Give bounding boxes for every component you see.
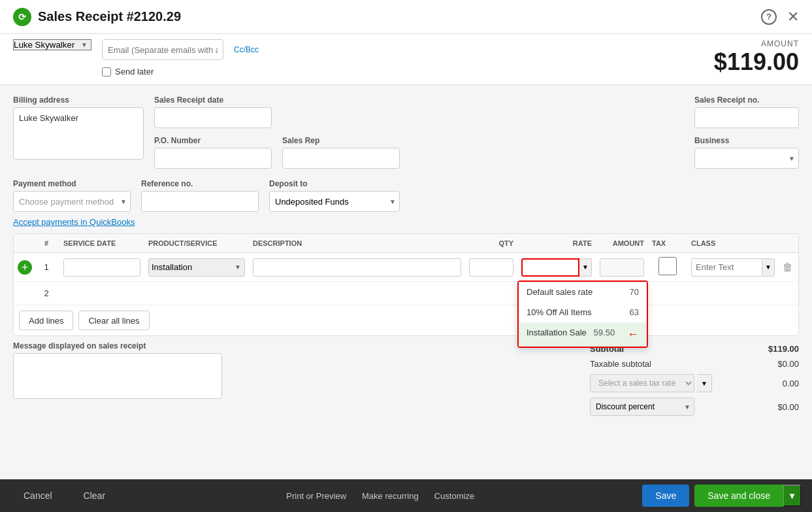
customer-row: Luke Skywalker ▼ Cc/Bcc Send later AMOUN… bbox=[13, 39, 799, 77]
billing-name: Luke Skywalker bbox=[19, 113, 78, 123]
rate-option-10off-value: 63 bbox=[630, 307, 639, 317]
message-section: Message displayed on sales receipt bbox=[13, 341, 222, 401]
billing-label: Billing address bbox=[13, 95, 144, 105]
receipt-no-group: Sales Receipt no. 2120.29 bbox=[694, 95, 799, 128]
receipt-date-input[interactable]: 11/23/2017 bbox=[154, 107, 272, 128]
discount-row: Discount percent ▼ $0.00 bbox=[590, 395, 799, 418]
rate-option-default-label: Default sales rate bbox=[527, 287, 593, 297]
page-title: Sales Receipt #2120.29 bbox=[38, 9, 181, 24]
table-header: # SERVICE DATE PRODUCT/SERVICE DESCRIPTI… bbox=[14, 234, 798, 253]
rate-option-installation[interactable]: Installation Sale 59.50 ← bbox=[519, 322, 647, 347]
business-select[interactable] bbox=[694, 148, 799, 169]
rate-option-10off-label: 10% Off All Items bbox=[527, 307, 591, 317]
sales-rep-group: Sales Rep bbox=[282, 136, 400, 169]
billing-address-box[interactable]: Luke Skywalker bbox=[13, 107, 144, 160]
rate-wrapper: 59.50 ▼ bbox=[521, 258, 592, 277]
rate-option-installation-label: Installation Sale bbox=[527, 328, 587, 341]
product-cell: Installation ▼ bbox=[144, 254, 249, 281]
payment-method-select[interactable]: Choose payment method bbox=[13, 191, 131, 212]
deposit-select[interactable]: Undeposited Funds bbox=[269, 191, 400, 212]
amount-input[interactable]: 119.00 bbox=[600, 258, 644, 277]
class-cell: ▼ bbox=[687, 254, 779, 281]
deposit-label: Deposit to bbox=[269, 179, 400, 188]
product-select[interactable]: Installation bbox=[148, 258, 245, 277]
email-input[interactable] bbox=[102, 39, 223, 60]
table-row: + 1 11/25/2017 Installation ▼ Installati… bbox=[14, 253, 798, 282]
col-class: CLASS bbox=[687, 234, 779, 252]
business-group: Business ▼ bbox=[694, 136, 799, 169]
col-description: DESCRIPTION bbox=[249, 234, 465, 252]
business-label: Business bbox=[694, 136, 799, 145]
clear-all-lines-button[interactable]: Clear all lines bbox=[78, 311, 149, 330]
description-cell: Installation labor bbox=[249, 254, 465, 281]
sales-rep-input[interactable] bbox=[282, 148, 400, 169]
qty-cell: 2 bbox=[465, 254, 517, 281]
payment-method-wrapper: Choose payment method ▼ bbox=[13, 191, 131, 212]
rate-option-default-value: 70 bbox=[630, 287, 639, 297]
billing-address-group: Billing address Luke Skywalker bbox=[13, 95, 144, 169]
tax-checkbox[interactable] bbox=[652, 257, 683, 275]
deposit-select-wrapper: Undeposited Funds ▼ bbox=[269, 191, 400, 212]
class-dropdown-btn[interactable]: ▼ bbox=[762, 258, 775, 277]
col-amount: AMOUNT bbox=[596, 234, 648, 252]
cc-bcc-link[interactable]: Cc/Bcc bbox=[234, 45, 259, 54]
selection-arrow-icon: ← bbox=[627, 328, 639, 341]
header: ⟳ Sales Receipt #2120.29 ? ✕ bbox=[0, 0, 812, 34]
discount-select-wrapper: Discount percent ▼ bbox=[590, 398, 694, 416]
reference-label: Reference no. bbox=[141, 179, 259, 188]
receipt-no-label: Sales Receipt no. bbox=[694, 95, 799, 105]
close-icon[interactable]: ✕ bbox=[787, 9, 799, 26]
qty-input[interactable]: 2 bbox=[469, 258, 513, 277]
discount-select[interactable]: Discount percent bbox=[590, 398, 694, 416]
col-tax: TAX bbox=[648, 234, 687, 252]
tax-row: Select a sales tax rate ▼ 0.00 bbox=[590, 371, 799, 395]
table-footer: Add lines Clear all lines bbox=[14, 305, 798, 335]
tax-cell bbox=[648, 253, 687, 281]
col-num: # bbox=[33, 234, 59, 252]
class-input[interactable] bbox=[691, 258, 762, 277]
tax-dropdown-btn[interactable]: ▼ bbox=[697, 374, 712, 392]
add-row-button[interactable]: + bbox=[18, 260, 32, 275]
col-qty: QTY bbox=[465, 234, 517, 252]
col-service-date: SERVICE DATE bbox=[59, 234, 144, 252]
reference-input[interactable] bbox=[141, 191, 259, 212]
payment-method-group: Payment method Choose payment method ▼ bbox=[13, 179, 131, 212]
rate-option-10off[interactable]: 10% Off All Items 63 bbox=[519, 302, 647, 322]
deposit-to-group: Deposit to Undeposited Funds ▼ bbox=[269, 179, 400, 212]
rate-option-default[interactable]: Default sales rate 70 bbox=[519, 282, 647, 302]
class-input-wrapper: ▼ bbox=[691, 258, 775, 277]
send-later-label: Send later bbox=[115, 67, 154, 77]
receipt-no-input[interactable]: 2120.29 bbox=[694, 107, 799, 128]
email-field-wrapper bbox=[102, 39, 223, 60]
service-date-input[interactable]: 11/25/2017 bbox=[63, 258, 140, 277]
customer-section: Luke Skywalker ▼ Cc/Bcc Send later AMOUN… bbox=[0, 34, 812, 85]
col-rate: RATE bbox=[517, 234, 596, 252]
amount-label: AMOUNT bbox=[714, 39, 799, 48]
help-icon[interactable]: ? bbox=[761, 9, 777, 25]
tax-select[interactable]: Select a sales tax rate bbox=[590, 374, 694, 392]
discount-value: $0.00 bbox=[777, 402, 799, 412]
po-number-group: P.O. Number bbox=[154, 136, 272, 169]
send-later-checkbox[interactable] bbox=[102, 67, 111, 77]
po-input[interactable] bbox=[154, 148, 272, 169]
description-input[interactable]: Installation labor bbox=[253, 258, 461, 277]
add-lines-button[interactable]: Add lines bbox=[19, 311, 73, 330]
totals-section: Subtotal $119.00 Taxable subtotal $0.00 … bbox=[590, 341, 799, 418]
service-date-cell: 11/25/2017 bbox=[59, 254, 144, 281]
accept-payments-link[interactable]: Accept payments in QuickBooks bbox=[13, 217, 135, 227]
rate-dropdown-toggle[interactable]: ▼ bbox=[579, 258, 592, 277]
sales-rep-label: Sales Rep bbox=[282, 136, 400, 145]
taxable-value: $0.00 bbox=[777, 359, 799, 369]
delete-row-button[interactable]: 🗑 bbox=[783, 262, 793, 273]
row-number: 1 bbox=[33, 258, 59, 276]
message-label: Message displayed on sales receipt bbox=[13, 341, 222, 350]
customer-select[interactable]: Luke Skywalker bbox=[13, 39, 91, 50]
rate-input[interactable]: 59.50 bbox=[521, 258, 579, 277]
message-textarea[interactable] bbox=[13, 353, 222, 399]
delete-cell: 🗑 bbox=[779, 258, 798, 277]
empty-number: 2 bbox=[33, 288, 59, 298]
payment-method-label: Payment method bbox=[13, 179, 131, 188]
header-left: ⟳ Sales Receipt #2120.29 bbox=[13, 8, 181, 26]
app-icon: ⟳ bbox=[13, 8, 31, 26]
business-select-wrapper: ▼ bbox=[694, 148, 799, 169]
